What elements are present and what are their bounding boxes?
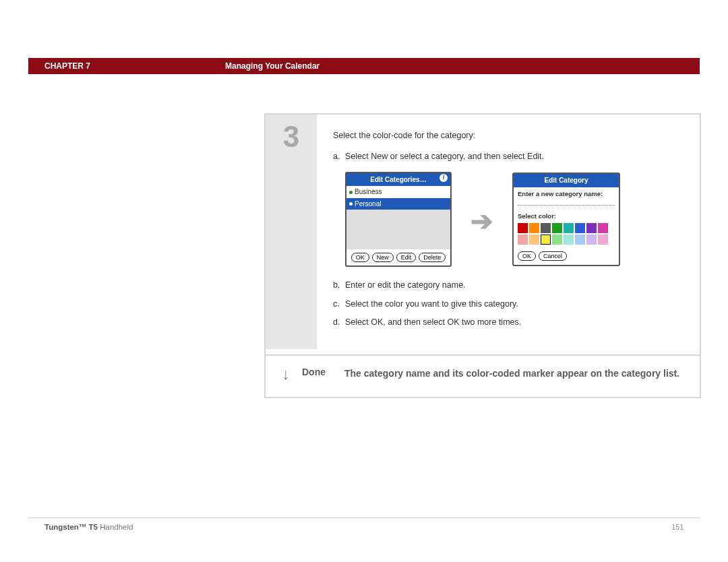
dialog-title-text: Edit Categories… <box>370 176 426 183</box>
step-item-text: Select OK, and then select OK two more t… <box>345 316 684 329</box>
category-item-business[interactable]: Business <box>346 186 450 198</box>
color-label: Select color: <box>514 210 619 222</box>
step-item-label: a. <box>333 150 345 163</box>
category-list: Business Personal <box>346 186 450 249</box>
color-swatch[interactable] <box>518 223 528 233</box>
step-item-text: Select New or select a category, and the… <box>345 150 684 163</box>
color-swatch[interactable] <box>541 235 551 245</box>
category-name: Business <box>355 187 382 197</box>
chapter-label: CHAPTER 7 <box>44 61 90 71</box>
color-swatch[interactable] <box>575 223 585 233</box>
color-swatch[interactable] <box>575 235 585 245</box>
step-item-label: c. <box>333 298 345 311</box>
step-item-label: b. <box>333 279 345 292</box>
footer-product-bold: Tungsten™ T5 <box>44 523 98 531</box>
color-swatch[interactable] <box>529 223 539 233</box>
step-top: 3 Select the color-code for the category… <box>266 115 700 354</box>
color-swatch[interactable] <box>552 223 562 233</box>
page-number: 151 <box>671 523 684 531</box>
color-swatch[interactable] <box>518 235 528 245</box>
arrow-down-icon: ↓ <box>282 366 290 382</box>
color-swatch[interactable] <box>529 235 539 245</box>
ok-button[interactable]: OK <box>518 251 536 261</box>
dialog-title: Edit Category <box>514 174 619 187</box>
delete-button[interactable]: Delete <box>419 253 446 262</box>
name-input[interactable] <box>518 199 615 206</box>
step-item-text: Select the color you want to give this c… <box>345 298 684 311</box>
info-icon[interactable]: i <box>439 174 448 182</box>
step-number: 3 <box>266 115 317 349</box>
dialog-button-row: OK New Edit Delete <box>346 249 450 266</box>
step-body: Select the color-code for the category: … <box>317 115 700 349</box>
name-label: Enter a new category name: <box>514 187 619 199</box>
step-item-label: d. <box>333 316 345 329</box>
step-item-b: b. Enter or edit the category name. <box>333 279 684 292</box>
category-dot <box>349 202 353 206</box>
category-dot <box>349 191 353 194</box>
step-item-text: Enter or edit the category name. <box>345 279 684 292</box>
color-swatch[interactable] <box>552 235 562 245</box>
color-swatch[interactable] <box>598 235 608 245</box>
step-card: 3 Select the color-code for the category… <box>264 113 701 398</box>
footer-product: Tungsten™ T5 Handheld <box>44 523 133 531</box>
category-item-personal[interactable]: Personal <box>346 198 450 210</box>
category-name: Personal <box>355 199 381 210</box>
cancel-button[interactable]: Cancel <box>539 251 567 261</box>
done-row: ↓ Done The category name and its color-c… <box>266 354 700 397</box>
step-intro: Select the color-code for the category: <box>333 129 684 142</box>
header-bar: CHAPTER 7 Managing Your Calendar <box>28 58 700 74</box>
done-label: Done <box>302 367 326 377</box>
step-item-d: d. Select OK, and then select OK two mor… <box>333 316 684 329</box>
edit-button[interactable]: Edit <box>396 253 417 262</box>
edit-categories-dialog: Edit Categories… i Business Personal <box>345 172 452 268</box>
color-swatch[interactable] <box>586 223 597 233</box>
color-swatch[interactable] <box>586 235 597 245</box>
dialog-title: Edit Categories… i <box>346 173 450 187</box>
color-swatch[interactable] <box>541 223 551 233</box>
step-item-c: c. Select the color you want to give thi… <box>333 298 684 311</box>
chapter-title: Managing Your Calendar <box>225 61 320 71</box>
dialogs-row: Edit Categories… i Business Personal <box>345 172 684 268</box>
color-swatch[interactable] <box>598 223 608 233</box>
step-item-a: a. Select New or select a category, and … <box>333 150 684 163</box>
done-text: The category name and its color-coded ma… <box>344 367 684 381</box>
edit-category-dialog: Edit Category Enter a new category name:… <box>512 173 620 266</box>
color-swatch[interactable] <box>564 223 574 233</box>
arrow-right-icon: ➔ <box>471 200 493 242</box>
dialog-button-row: OK Cancel <box>514 249 619 265</box>
new-button[interactable]: New <box>372 253 394 262</box>
ok-button[interactable]: OK <box>351 253 369 262</box>
color-swatch[interactable] <box>564 235 574 245</box>
color-grid <box>514 222 619 249</box>
footer-product-rest: Handheld <box>98 523 133 531</box>
footer-divider <box>28 518 700 518</box>
